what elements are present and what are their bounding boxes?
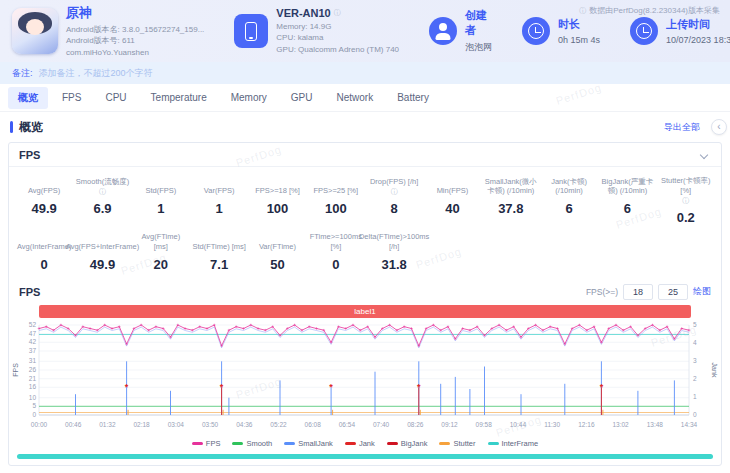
device-memory: Memory: 14.9G bbox=[276, 21, 399, 32]
metric-label: Var(FPS) bbox=[192, 176, 246, 196]
info-icon: ⓘ bbox=[682, 196, 689, 205]
legend-fps[interactable]: FPS bbox=[192, 439, 221, 448]
fps-threshold-controls: FPS(>=) 绘图 bbox=[586, 284, 711, 300]
chart-scrollbar[interactable] bbox=[17, 454, 713, 459]
x-tick: 08:26 bbox=[407, 421, 424, 428]
tab-temperature[interactable]: Temperature bbox=[141, 88, 217, 107]
app-version-code: Android版本号: 611 bbox=[66, 35, 204, 46]
x-tick: 11:30 bbox=[544, 421, 560, 428]
device-cpu: CPU: kalama bbox=[276, 32, 399, 43]
y-tick-left: 16 bbox=[29, 383, 37, 390]
legend-label: SmallJank bbox=[298, 439, 333, 448]
y-axis-label-left: FPS bbox=[12, 362, 19, 376]
app-info: 原神 Android版本名: 3.8.0_15672274_159... And… bbox=[12, 4, 204, 58]
legend-smooth[interactable]: Smooth bbox=[232, 439, 272, 448]
x-tick: 05:22 bbox=[270, 421, 287, 428]
x-tick: 14:34 bbox=[681, 421, 698, 428]
tab-cpu[interactable]: CPU bbox=[95, 88, 136, 107]
metric-label: Var(FTime) bbox=[250, 232, 304, 252]
legend-label: Smooth bbox=[246, 439, 272, 448]
legend-label: FPS bbox=[206, 439, 221, 448]
fps-threshold-input-2[interactable] bbox=[658, 284, 688, 300]
info-icon: ⓘ bbox=[579, 6, 586, 16]
duration-value: 0h 15m 4s bbox=[558, 35, 600, 45]
metric-label: Delta(FTime)>100ms [/h] bbox=[367, 232, 421, 252]
plot-action-link[interactable]: 绘图 bbox=[693, 285, 711, 298]
metric-label: Stutter(卡顿率) [%]ⓘ bbox=[659, 176, 713, 205]
fps-chart[interactable]: 52474237312621161050543210FPSJank00:0000… bbox=[9, 320, 721, 438]
y-tick-right: 3 bbox=[693, 357, 697, 364]
sidebar-collapse-button[interactable]: ‹ bbox=[711, 119, 727, 135]
metric-bigjank-10min: BigJank(严重卡顿) (/10min)6 bbox=[598, 176, 656, 225]
legend-interframe[interactable]: InterFrame bbox=[488, 439, 539, 448]
metric-label: Avg(FTime) [ms] bbox=[134, 232, 188, 252]
y-tick-right: 4 bbox=[693, 339, 697, 346]
fps-line bbox=[39, 325, 689, 346]
y-tick-left: 31 bbox=[29, 357, 37, 364]
y-tick-left: 10 bbox=[29, 393, 37, 400]
fps-metrics-row-2: Avg(InterFrame)0Avg(FPS+InterFrame)49.9A… bbox=[9, 228, 721, 280]
jank-marker: * bbox=[417, 382, 421, 392]
metric-delta-ftime-100ms-h: Delta(FTime)>100ms [/h]31.8 bbox=[365, 232, 423, 272]
overview-section-head: 概览 导出全部 ‹ bbox=[0, 112, 730, 142]
y-tick-left: 42 bbox=[29, 338, 37, 345]
metric-std-ftime-ms: Std(FTime) [ms]7.1 bbox=[190, 232, 248, 272]
tab-network[interactable]: Network bbox=[327, 88, 384, 107]
x-tick: 04:36 bbox=[236, 421, 253, 428]
metric-value: 37.8 bbox=[484, 201, 538, 216]
x-tick: 02:18 bbox=[133, 421, 150, 428]
legend-bigjank[interactable]: BigJank bbox=[387, 439, 428, 448]
legend-swatch bbox=[488, 442, 499, 445]
y-tick-left: 0 bbox=[32, 411, 36, 418]
metric-label: FTime>=100ms [%] bbox=[309, 232, 363, 252]
fps-metrics-row-1: Avg(FPS)49.9Smooth(流畅度)ⓘ6.9Std(FPS)1Var(… bbox=[9, 167, 721, 228]
creator-value: 泡泡网 bbox=[465, 41, 492, 54]
app-version-name: Android版本名: 3.8.0_15672274_159... bbox=[66, 24, 204, 35]
legend-jank[interactable]: Jank bbox=[345, 439, 375, 448]
metric-value: 50 bbox=[250, 257, 304, 272]
creator-label: 创建者 bbox=[465, 8, 492, 38]
fps-threshold-input-1[interactable] bbox=[623, 284, 653, 300]
upload-info: 上传时间 10/07/2023 18:34:20 bbox=[630, 17, 730, 45]
y-tick-right: 1 bbox=[693, 393, 697, 400]
tab-nav-0[interactable]: 概览 bbox=[8, 87, 48, 109]
x-tick: 06:54 bbox=[339, 421, 356, 428]
metric-fps-25: FPS>=25 [%]100 bbox=[307, 176, 365, 225]
info-icon: ⓘ bbox=[391, 187, 398, 196]
tab-memory[interactable]: Memory bbox=[221, 88, 277, 107]
x-tick: 01:32 bbox=[99, 421, 116, 428]
app-name: 原神 bbox=[66, 4, 204, 22]
y-tick-right: 0 bbox=[693, 411, 697, 418]
fps-chart-title: FPS bbox=[19, 286, 586, 298]
x-tick: 00:00 bbox=[31, 421, 48, 428]
tab-battery[interactable]: Battery bbox=[387, 88, 439, 107]
smalljank-spikes bbox=[76, 361, 675, 415]
device-name-text: VER-AN10 bbox=[276, 7, 330, 19]
chevron-down-icon[interactable] bbox=[700, 150, 708, 158]
fps-chart-head: FPS FPS(>=) 绘图 bbox=[9, 280, 721, 302]
note-bar[interactable]: 备注: 添加备注，不超过200个字符 bbox=[0, 62, 730, 84]
x-tick: 00:46 bbox=[65, 421, 82, 428]
tab-gpu[interactable]: GPU bbox=[281, 88, 323, 107]
metric-value: 0.2 bbox=[659, 210, 713, 225]
fps-interframe-line bbox=[39, 327, 689, 348]
metric-label: SmallJank(微小卡顿) (/10min) bbox=[484, 176, 538, 196]
metric-label: FPS>=25 [%] bbox=[309, 176, 363, 196]
metric-fps-18: FPS>=18 [%]100 bbox=[248, 176, 306, 225]
legend-smalljank[interactable]: SmallJank bbox=[284, 439, 333, 448]
y-tick-left: 47 bbox=[29, 329, 37, 336]
fps-panel-head: FPS bbox=[9, 143, 721, 167]
export-all-link[interactable]: 导出全部 bbox=[664, 121, 700, 134]
tab-fps[interactable]: FPS bbox=[52, 88, 91, 107]
y-tick-left: 21 bbox=[29, 374, 37, 381]
metric-smalljank-10min: SmallJank(微小卡顿) (/10min)37.8 bbox=[482, 176, 540, 225]
y-tick-right: 2 bbox=[693, 375, 697, 382]
fps-panel-title: FPS bbox=[19, 149, 701, 161]
legend-swatch bbox=[439, 442, 450, 445]
legend-stutter[interactable]: Stutter bbox=[439, 439, 475, 448]
metric-value: 31.8 bbox=[367, 257, 421, 272]
metric-value: 6 bbox=[600, 201, 654, 216]
info-icon: ⓘ bbox=[99, 187, 106, 196]
y-tick-right: 5 bbox=[693, 321, 697, 328]
creator-info: 创建者 泡泡网 bbox=[429, 8, 492, 54]
